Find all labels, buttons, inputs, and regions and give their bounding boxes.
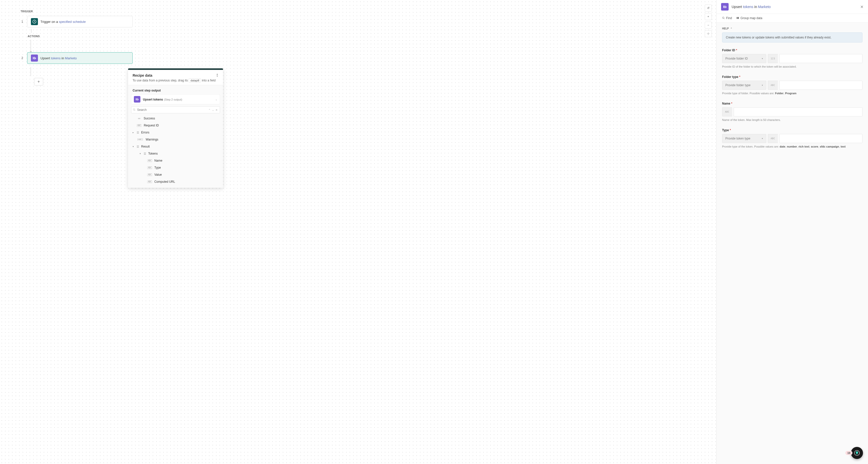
group-map-data-button[interactable]: Group map data (736, 16, 762, 20)
datapill-item[interactable]: ABCRequest ID (131, 122, 220, 129)
step-number-2: 2 (20, 56, 23, 60)
help-text: Create new tokens or update tokens with … (722, 32, 863, 42)
recipe-canvas: TRIGGER 1 Trigger on a specified schedul… (0, 0, 716, 464)
type-input[interactable] (779, 134, 863, 143)
trigger-step-text: Trigger on a specified schedule (40, 20, 86, 24)
datapill-list-result[interactable]: ▾☰Result (131, 143, 220, 150)
zoom-out-button[interactable]: − (705, 22, 712, 29)
help-toggle[interactable]: HELP ⌃ (722, 27, 863, 30)
search-icon (722, 17, 725, 20)
step-config-panel: Upsert tokens in Marketo ✕ Find Group ma… (716, 0, 868, 464)
action-step-text: Upsert tokens in Marketo (40, 56, 77, 60)
svg-rect-7 (857, 454, 858, 455)
chevron-down-icon: ▾ (762, 57, 763, 60)
svg-point-2 (133, 109, 135, 110)
text-type-icon: ABC (722, 107, 732, 116)
search-next-icon[interactable]: ⌄ (211, 109, 215, 111)
list-icon: ☰ (136, 131, 139, 134)
config-panel-title: Upsert tokens in Marketo (732, 5, 771, 9)
notification-badge: 19 (845, 451, 852, 455)
actions-section-label: ACTIONS (28, 35, 696, 38)
svg-point-3 (722, 17, 724, 18)
recipe-data-panel: Recipe data To use data from a previous … (128, 68, 223, 188)
type-hint: Provide type of the token. Possible valu… (722, 145, 863, 148)
name-label: Name * (722, 102, 863, 105)
datapill-item[interactable]: ABCName (131, 157, 220, 164)
svg-rect-4 (737, 17, 738, 19)
datapill-list-tokens[interactable]: ▾☰Tokens (131, 150, 220, 157)
fit-view-button[interactable] (705, 30, 712, 37)
folder-id-input[interactable] (779, 54, 863, 63)
output-header-toggle[interactable]: Upsert tokens (Step 2 output) ⌄ (131, 94, 220, 104)
marketo-icon (721, 3, 728, 10)
find-button[interactable]: Find (722, 16, 732, 20)
svg-point-1 (708, 33, 709, 34)
add-step-button[interactable]: + (34, 78, 43, 85)
marketo-icon (134, 96, 141, 103)
datapill-item[interactable]: ABCValue (131, 171, 220, 178)
datapill-item[interactable]: [ABC]Warnings (131, 136, 220, 143)
folder-id-hint: Provide ID of the folder to which the to… (722, 65, 863, 68)
datapill-tree: ⊙⊘Success ABCRequest ID ▸☰Errors [ABC]Wa… (131, 115, 220, 188)
close-panel-button[interactable]: ✕ (860, 4, 864, 9)
folder-type-input[interactable] (779, 81, 863, 90)
columns-icon (736, 17, 739, 20)
search-icon (133, 108, 135, 112)
action-step-card-upsert-tokens[interactable]: Upsert tokens in Marketo (27, 52, 133, 64)
help-fab-button[interactable] (851, 447, 863, 459)
folder-type-label: Folder type * (722, 75, 863, 79)
trigger-section-label: TRIGGER (21, 10, 696, 13)
number-type-icon: 123 (768, 54, 778, 63)
zoom-in-button[interactable]: + (705, 13, 712, 20)
folder-id-label: Folder ID * (722, 49, 863, 52)
expand-collapse-icon[interactable] (216, 74, 218, 77)
list-icon: ☰ (136, 145, 139, 148)
trigger-step-card[interactable]: Trigger on a specified schedule (27, 16, 133, 27)
current-step-output-label: Current step output (131, 87, 220, 94)
datapill-item[interactable]: ABCType (131, 164, 220, 171)
folder-type-select[interactable]: Provide folder type ▾ (722, 81, 766, 90)
clock-icon (31, 18, 38, 25)
recipe-data-subtitle: To use data from a previous step, drag i… (133, 79, 218, 82)
name-hint: Name of the token. Max length is 50 char… (722, 118, 863, 121)
svg-rect-5 (738, 17, 739, 19)
datapill-item[interactable]: ⊙⊘Success (131, 115, 220, 122)
datapill-search[interactable]: ⌃ ⌄ ✕ (131, 106, 220, 113)
lightbulb-icon (854, 450, 860, 456)
list-icon: ☰ (144, 152, 146, 155)
chevron-down-icon: ⌄ (215, 98, 217, 101)
datapill-chip: datapill (189, 79, 201, 82)
folder-id-select[interactable]: Provide folder ID ▾ (722, 54, 766, 63)
datapill-item[interactable]: ABCComputed URL (131, 178, 220, 185)
search-clear-icon[interactable]: ✕ (215, 109, 218, 111)
undo-button[interactable]: ↺ (705, 4, 712, 11)
type-select[interactable]: Provide token type ▾ (722, 134, 766, 143)
search-prev-icon[interactable]: ⌃ (208, 109, 211, 111)
text-type-icon: ABC (768, 134, 778, 143)
chevron-up-icon: ⌃ (731, 27, 733, 30)
name-input[interactable] (734, 107, 863, 116)
folder-type-hint: Provide type of folder. Possible values … (722, 92, 863, 95)
chevron-down-icon: ▾ (762, 84, 763, 86)
recipe-data-title: Recipe data (133, 74, 152, 78)
chevron-down-icon: ▾ (762, 137, 763, 140)
datapill-search-input[interactable] (135, 107, 208, 113)
type-label: Type * (722, 128, 863, 132)
marketo-icon (31, 55, 38, 62)
datapill-list-errors[interactable]: ▸☰Errors (131, 129, 220, 136)
step-number-1: 1 (20, 20, 23, 23)
text-type-icon: ABC (768, 81, 778, 90)
